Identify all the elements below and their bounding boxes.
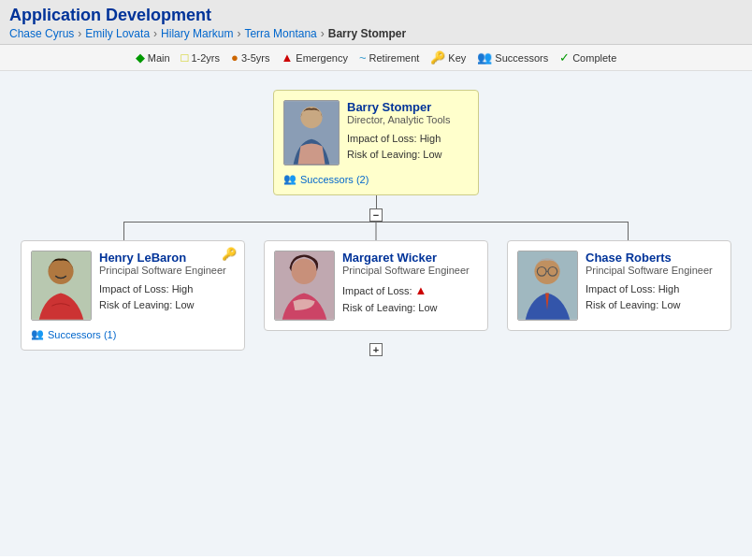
legend-label-3: Emergency bbox=[296, 52, 348, 64]
root-successors-label: Successors (2) bbox=[300, 174, 369, 185]
child-node-henry: 🔑 bbox=[21, 240, 245, 351]
legend-icon-3: ▲ bbox=[281, 50, 293, 65]
margaret-name: Margaret Wicker bbox=[342, 251, 478, 265]
henry-successors-icon: 👥 bbox=[31, 328, 44, 340]
legend-icon-4: ~ bbox=[359, 50, 367, 65]
breadcrumb-arrow-2: › bbox=[237, 27, 240, 40]
henry-title: Principal Software Engineer bbox=[99, 265, 235, 276]
henry-info: Henry LeBaron Principal Software Enginee… bbox=[99, 251, 235, 312]
henry-risk: Risk of Leaving: Low bbox=[99, 297, 235, 313]
main-content: Barry Stomper Director, Analytic Tools I… bbox=[0, 71, 752, 556]
chase-photo bbox=[517, 251, 578, 321]
chase-risk: Risk of Leaving: Low bbox=[586, 297, 721, 313]
successors-icon: 👥 bbox=[283, 173, 296, 185]
legend-item-0: ◆Main bbox=[136, 50, 170, 65]
children-area: 🔑 bbox=[21, 240, 731, 351]
breadcrumb-item-0[interactable]: Chase Cyrus bbox=[9, 27, 74, 40]
henry-photo bbox=[31, 251, 92, 321]
root-metrics: Impact of Loss: High Risk of Leaving: Lo… bbox=[347, 131, 469, 162]
children-row: 🔑 bbox=[21, 240, 731, 351]
root-v-line bbox=[376, 195, 377, 208]
henry-key-icon: 🔑 bbox=[222, 247, 237, 261]
henry-successors[interactable]: 👥 Successors (1) bbox=[31, 328, 235, 340]
chase-info: Chase Roberts Principal Software Enginee… bbox=[586, 251, 721, 312]
v-drop-right bbox=[628, 222, 629, 240]
legend-label-5: Key bbox=[448, 52, 466, 64]
legend-item-4: ~Retirement bbox=[359, 50, 419, 65]
breadcrumb-item-4: Barry Stomper bbox=[328, 27, 406, 40]
legend-item-1: □1-2yrs bbox=[181, 50, 220, 65]
chase-title: Principal Software Engineer bbox=[586, 265, 721, 276]
root-expand-btn[interactable]: − bbox=[369, 208, 383, 222]
chase-impact: Impact of Loss: High bbox=[586, 281, 721, 297]
henry-metrics: Impact of Loss: High Risk of Leaving: Lo… bbox=[99, 281, 235, 312]
henry-name: Henry LeBaron bbox=[99, 251, 235, 265]
legend-icon-5: 🔑 bbox=[430, 50, 445, 65]
legend-label-7: Complete bbox=[572, 52, 616, 64]
app-title: Application Development bbox=[9, 6, 743, 25]
child-node-chase: Chase Roberts Principal Software Enginee… bbox=[507, 240, 731, 331]
root-risk: Risk of Leaving: Low bbox=[347, 147, 469, 163]
henry-successors-label: Successors (1) bbox=[48, 329, 116, 340]
henry-impact: Impact of Loss: High bbox=[99, 281, 235, 297]
svg-point-5 bbox=[291, 259, 316, 284]
legend-label-1: 1-2yrs bbox=[191, 52, 220, 64]
legend-label-4: Retirement bbox=[369, 52, 420, 64]
tree-container: Barry Stomper Director, Analytic Tools I… bbox=[19, 90, 733, 351]
root-info: Barry Stomper Director, Analytic Tools I… bbox=[347, 100, 469, 162]
v-drop-left bbox=[123, 222, 124, 240]
legend-icon-2: ● bbox=[231, 50, 239, 65]
child-node-margaret: Margaret Wicker Principal Software Engin… bbox=[264, 240, 488, 331]
margaret-title: Principal Software Engineer bbox=[342, 265, 478, 276]
breadcrumb-item-2[interactable]: Hilary Markum bbox=[161, 27, 233, 40]
chase-name: Chase Roberts bbox=[586, 251, 721, 265]
legend-label-2: 3-5yrs bbox=[241, 52, 270, 64]
margaret-metrics: Impact of Loss: ▲ Risk of Leaving: Low bbox=[342, 281, 478, 315]
legend-icon-1: □ bbox=[181, 50, 189, 65]
margaret-info: Margaret Wicker Principal Software Engin… bbox=[342, 251, 478, 315]
legend-label-6: Successors bbox=[495, 52, 548, 64]
root-name: Barry Stomper bbox=[347, 100, 469, 114]
legend-item-6: 👥Successors bbox=[477, 50, 548, 65]
legend: ◆Main□1-2yrs●3-5yrs▲Emergency~Retirement… bbox=[0, 45, 752, 71]
legend-item-7: ✓Complete bbox=[559, 50, 616, 65]
margaret-impact: Impact of Loss: ▲ bbox=[342, 281, 478, 300]
root-successors[interactable]: 👥 Successors (2) bbox=[283, 173, 469, 185]
legend-icon-6: 👥 bbox=[477, 50, 492, 65]
legend-icon-7: ✓ bbox=[559, 50, 570, 65]
breadcrumb-arrow-1: › bbox=[153, 27, 157, 40]
breadcrumb-item-3[interactable]: Terra Montana bbox=[244, 27, 316, 40]
v-drop-center bbox=[376, 222, 377, 240]
breadcrumb-item-1[interactable]: Emily Lovata bbox=[85, 27, 150, 40]
margaret-risk: Risk of Leaving: Low bbox=[342, 300, 478, 316]
root-impact: Impact of Loss: High bbox=[347, 131, 469, 147]
legend-label-0: Main bbox=[148, 52, 170, 64]
margaret-expand-btn[interactable]: + bbox=[369, 343, 383, 356]
legend-item-2: ●3-5yrs bbox=[231, 50, 269, 65]
app-header: Application Development Chase Cyrus›Emil… bbox=[0, 0, 752, 45]
breadcrumb-arrow-0: › bbox=[78, 27, 81, 40]
chase-metrics: Impact of Loss: High Risk of Leaving: Lo… bbox=[586, 281, 721, 312]
legend-item-3: ▲Emergency bbox=[281, 50, 348, 65]
margaret-photo bbox=[274, 251, 335, 321]
legend-icon-0: ◆ bbox=[136, 50, 145, 65]
root-node: Barry Stomper Director, Analytic Tools I… bbox=[273, 90, 479, 195]
breadcrumb: Chase Cyrus›Emily Lovata›Hilary Markum›T… bbox=[9, 27, 743, 40]
root-title: Director, Analytic Tools bbox=[347, 114, 469, 125]
margaret-expand-wrapper: + bbox=[369, 343, 383, 356]
root-photo bbox=[283, 100, 340, 165]
legend-item-5: 🔑Key bbox=[430, 50, 466, 65]
breadcrumb-arrow-3: › bbox=[321, 27, 325, 40]
